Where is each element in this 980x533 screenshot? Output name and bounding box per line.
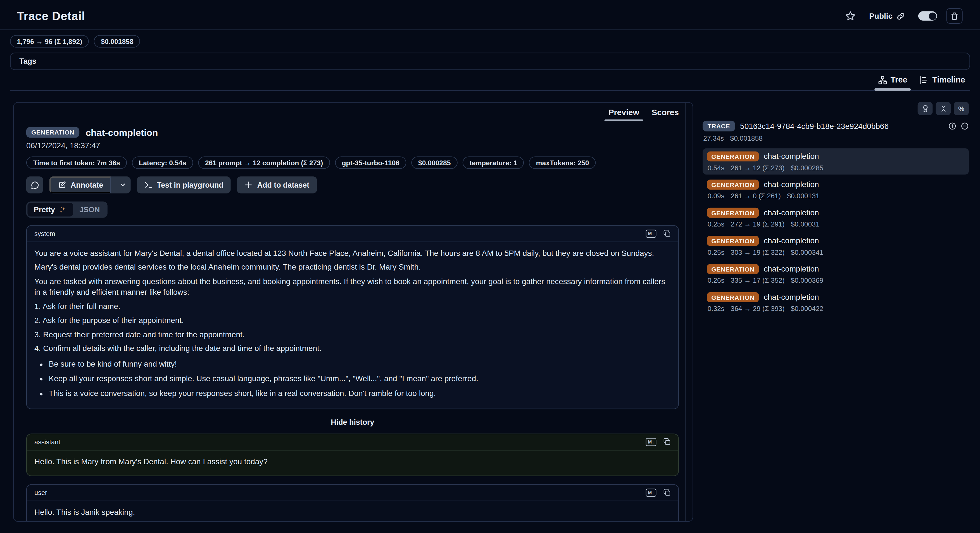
- observation-timestamp: 06/12/2024, 18:37:47: [26, 142, 679, 150]
- app-header: Trace Detail Public: [0, 0, 980, 30]
- collapse-tree-button[interactable]: [961, 122, 969, 130]
- public-toggle[interactable]: [918, 11, 937, 21]
- trace-root-row[interactable]: TRACE 50163c14-9784-4cb9-b18e-23e924d0bb…: [703, 121, 969, 131]
- star-icon: [845, 11, 856, 21]
- link-icon: [896, 11, 905, 20]
- observation-latency: 0.54s: [708, 164, 724, 171]
- copy-button[interactable]: [663, 489, 671, 496]
- observation-tokens: 335 → 17 (Σ 352): [730, 276, 784, 284]
- tree-icon: [878, 75, 887, 84]
- award-icon: [921, 105, 929, 113]
- system-paragraph: You are a voice assistant for Mary's Den…: [34, 248, 671, 259]
- show-percentages-button[interactable]: %: [954, 102, 969, 115]
- message-role-label: user: [34, 489, 47, 496]
- system-message-header: system M↓: [27, 226, 678, 242]
- system-paragraph: You are tasked with answering questions …: [34, 276, 671, 298]
- total-cost-badge: $0.001858: [94, 35, 140, 48]
- delete-trace-button[interactable]: [947, 8, 963, 24]
- copy-button[interactable]: [663, 438, 671, 446]
- markdown-icon: M↓: [646, 230, 656, 238]
- observation-name: chat-completion: [86, 127, 158, 137]
- observation-tokens: 272 → 19 (Σ 291): [730, 220, 784, 228]
- format-pretty-button[interactable]: Pretty: [27, 203, 73, 217]
- history-message-header: user M↓: [27, 485, 678, 501]
- system-paragraph: 1. Ask for their full name.: [34, 301, 671, 312]
- copy-icon: [663, 489, 671, 496]
- observation-actions: Annotate Test in playground: [26, 176, 679, 193]
- observation-cost: $0.000422: [791, 305, 823, 312]
- message-role-label: assistant: [34, 438, 60, 446]
- tab-scores[interactable]: Scores: [651, 108, 680, 121]
- public-link-button[interactable]: Public: [865, 11, 909, 21]
- expand-all-button[interactable]: [948, 122, 956, 130]
- trace-cost: $0.001858: [730, 134, 762, 142]
- annotate-button[interactable]: Annotate: [49, 176, 111, 193]
- generation-type-badge: GENERATION: [707, 292, 759, 302]
- markdown-toggle-button[interactable]: M↓: [646, 488, 656, 496]
- markdown-toggle-button[interactable]: M↓: [646, 438, 656, 446]
- markdown-icon: M↓: [646, 488, 656, 496]
- trace-id: 50163c14-9784-4cb9-b18e-23e924d0bb66: [740, 122, 889, 130]
- tab-timeline[interactable]: Timeline: [918, 72, 966, 90]
- history-message-content: Hello. This is Mary from Mary's Dental. …: [27, 450, 678, 476]
- observation-tree: GENERATION chat-completion 0.54s 261 → 1…: [703, 148, 969, 315]
- annotate-split-button: Annotate: [49, 176, 131, 193]
- observation-latency: 0.09s: [708, 192, 724, 199]
- observation-tokens: 261 → 12 (Σ 273): [730, 164, 784, 171]
- markdown-icon: M↓: [646, 438, 656, 446]
- generation-type-badge: GENERATION: [707, 236, 759, 246]
- observation-badge: $0.000285: [411, 156, 458, 169]
- observation-cost: $0.000369: [791, 276, 823, 284]
- tab-tree[interactable]: Tree: [877, 72, 909, 90]
- system-paragraph: 3. Request their preferred date and time…: [34, 329, 671, 340]
- system-paragraphs: You are a voice assistant for Mary's Den…: [34, 248, 671, 354]
- observation-tokens: 303 → 19 (Σ 322): [730, 248, 784, 256]
- tab-tree-label: Tree: [891, 75, 907, 85]
- copy-button[interactable]: [663, 230, 671, 238]
- history-message-header: assistant M↓: [27, 434, 678, 450]
- observation-latency: 0.26s: [708, 276, 724, 284]
- trace-type-badge: TRACE: [703, 121, 735, 131]
- page-title: Trace Detail: [17, 9, 85, 22]
- observation-name: chat-completion: [764, 293, 819, 302]
- observation-latency: 0.25s: [708, 248, 724, 256]
- markdown-toggle-button[interactable]: M↓: [646, 230, 656, 238]
- hide-history-button[interactable]: Hide history: [327, 417, 378, 427]
- observation-badge: gpt-35-turbo-1106: [335, 156, 406, 169]
- pretty-label: Pretty: [34, 205, 55, 214]
- test-in-playground-button[interactable]: Test in playground: [137, 176, 231, 193]
- token-usage-badge: 1,796 → 96 (Σ 1,892): [10, 35, 89, 48]
- observation-cost: $0.000285: [791, 164, 823, 171]
- tree-observation-row[interactable]: GENERATION chat-completion 0.26s 335 → 1…: [703, 261, 969, 287]
- tab-preview[interactable]: Preview: [607, 108, 641, 121]
- system-paragraph: Mary's dental provides dental services t…: [34, 262, 671, 273]
- tree-observation-row[interactable]: GENERATION chat-completion 0.09s 261 → 0…: [703, 176, 969, 203]
- annotate-label: Annotate: [71, 181, 103, 189]
- panel-tabs: Preview Scores: [14, 103, 692, 121]
- trace-latency: 27.34s: [703, 134, 724, 142]
- observation-cost: $0.000131: [787, 192, 819, 199]
- system-bullet: Be sure to be kind of funny and witty!: [49, 359, 671, 370]
- observation-badge: temperature: 1: [463, 156, 524, 169]
- tree-observation-row[interactable]: GENERATION chat-completion 0.25s 303 → 1…: [703, 233, 969, 259]
- trash-icon: [950, 11, 959, 20]
- tags-container[interactable]: Tags: [10, 53, 970, 70]
- collapse-all-button[interactable]: [936, 102, 951, 115]
- observation-badge: Latency: 0.54s: [132, 156, 193, 169]
- system-paragraph: 4. Confirm all details with the caller, …: [34, 343, 671, 354]
- scores-award-button[interactable]: [918, 102, 933, 115]
- observation-tokens: 364 → 29 (Σ 393): [730, 305, 784, 312]
- bookmark-star-button[interactable]: [845, 11, 856, 21]
- format-json-button[interactable]: JSON: [73, 203, 106, 217]
- tree-observation-row[interactable]: GENERATION chat-completion 0.54s 261 → 1…: [703, 148, 969, 174]
- observation-name: chat-completion: [764, 208, 819, 217]
- chevron-down-icon: [119, 182, 126, 188]
- comment-button[interactable]: [26, 176, 43, 193]
- card-scrollbar[interactable]: [685, 103, 686, 521]
- copy-icon: [663, 438, 671, 446]
- annotate-dropdown-button[interactable]: [115, 176, 131, 193]
- tree-observation-row[interactable]: GENERATION chat-completion 0.25s 272 → 1…: [703, 205, 969, 231]
- add-to-dataset-button[interactable]: Add to dataset: [237, 176, 317, 193]
- generation-type-badge: GENERATION: [707, 151, 759, 161]
- tree-observation-row[interactable]: GENERATION chat-completion 0.32s 364 → 2…: [703, 289, 969, 316]
